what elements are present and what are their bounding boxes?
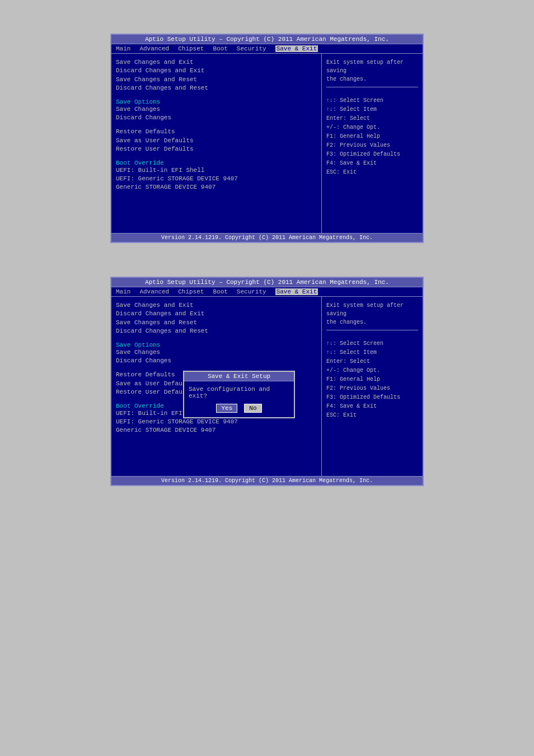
bios-footer-1: Version 2.14.1219. Copyright (C) 2011 Am… — [111, 233, 423, 242]
menu-save-exit-2[interactable]: Save & Exit — [275, 288, 318, 295]
menu-chipset-1[interactable]: Chipset — [178, 45, 204, 52]
divider-2 — [326, 330, 418, 330]
uefi-storage-2[interactable]: UEFI: Generic STORAGE DEVICE 9407 — [116, 418, 317, 426]
bios-right-panel-2: Exit system setup after savingthe change… — [322, 297, 423, 476]
save-changes-2[interactable]: Save Changes — [116, 348, 317, 357]
key-select-item-1: ↑↓: Select Item — [326, 105, 418, 114]
bios-left-panel-1: Save Changes and Exit Discard Changes an… — [111, 54, 322, 233]
save-changes-exit-2[interactable]: Save Changes and Exit — [116, 301, 317, 310]
save-options-label-1: Save Options — [116, 99, 160, 105]
menu-advanced-1[interactable]: Advanced — [139, 45, 169, 52]
help-text-2: Exit system setup after savingthe change… — [326, 301, 418, 326]
menu-main-2[interactable]: Main — [116, 288, 130, 295]
key-enter-2: Enter: Select — [326, 357, 418, 366]
dialog-buttons: Yes No — [189, 404, 289, 413]
discard-changes-exit-2[interactable]: Discard Changes and Exit — [116, 310, 317, 318]
menu-group-1d: Boot Override UEFI: Built-in EFI Shell U… — [116, 160, 317, 192]
menu-save-exit-1[interactable]: Save & Exit — [275, 45, 318, 52]
key-help-2: ↑↓: Select Screen ↑↓: Select Item Enter:… — [326, 339, 418, 420]
key-change-2: +/-: Change Opt. — [326, 366, 418, 375]
discard-changes-2[interactable]: Discard Changes — [116, 357, 317, 365]
menu-main-1[interactable]: Main — [116, 45, 130, 52]
bios-title-bar-2: Aptio Setup Utility – Copyright (C) 2011… — [111, 278, 423, 287]
bios-title-text-2: Aptio Setup Utility – Copyright (C) 2011… — [145, 279, 389, 286]
menu-group-1b: Save Options Save Changes Discard Change… — [116, 99, 317, 123]
bios-right-panel-1: Exit system setup after savingthe change… — [322, 54, 423, 233]
help-text-1: Exit system setup after savingthe change… — [326, 58, 418, 83]
discard-changes-exit-1[interactable]: Discard Changes and Exit — [116, 67, 317, 75]
menu-group-2b: Save Options Save Changes Discard Change… — [116, 342, 317, 366]
dialog-body: Save configuration and exit? Yes No — [184, 381, 294, 417]
save-exit-dialog: Save & Exit Setup Save configuration and… — [183, 371, 295, 418]
key-enter-1: Enter: Select — [326, 114, 418, 123]
bios-footer-2: Version 2.14.1219. Copyright (C) 2011 Am… — [111, 476, 423, 485]
boot-override-label-1: Boot Override — [116, 160, 164, 166]
discard-changes-reset-2[interactable]: Discard Changes and Reset — [116, 327, 317, 335]
key-help-1: ↑↓: Select Screen ↑↓: Select Item Enter:… — [326, 96, 418, 177]
menu-chipset-2[interactable]: Chipset — [178, 288, 204, 295]
save-changes-1[interactable]: Save Changes — [116, 105, 317, 114]
bios-title-bar-1: Aptio Setup Utility – Copyright (C) 2011… — [111, 35, 423, 44]
key-f4-1: F4: Save & Exit — [326, 159, 418, 168]
bios-footer-text-2: Version 2.14.1219. Copyright (C) 2011 Am… — [161, 478, 373, 484]
key-f2-2: F2: Previous Values — [326, 384, 418, 393]
discard-changes-reset-1[interactable]: Discard Changes and Reset — [116, 84, 317, 92]
menu-boot-1[interactable]: Boot — [213, 45, 227, 52]
save-user-defaults-1[interactable]: Save as User Defaults — [116, 137, 317, 145]
boot-override-label-2: Boot Override — [116, 403, 164, 409]
generic-storage-2[interactable]: Generic STORAGE DEVICE 9407 — [116, 426, 317, 435]
key-f1-2: F1: General Help — [326, 375, 418, 384]
save-changes-reset-2[interactable]: Save Changes and Reset — [116, 319, 317, 327]
save-options-label-2: Save Options — [116, 342, 160, 348]
restore-defaults-1[interactable]: Restore Defaults — [116, 128, 317, 136]
key-f1-1: F1: General Help — [326, 132, 418, 141]
key-select-screen-1: ↑↓: Select Screen — [326, 96, 418, 105]
bios-menu-bar-2: Main Advanced Chipset Boot Security Save… — [111, 287, 423, 297]
dialog-message: Save configuration and exit? — [189, 386, 289, 399]
dialog-title: Save & Exit Setup — [184, 372, 294, 381]
bios-title-text-1: Aptio Setup Utility – Copyright (C) 2011… — [145, 36, 389, 43]
restore-user-defaults-1[interactable]: Restore User Defaults — [116, 145, 317, 153]
bios-screen-1: Aptio Setup Utility – Copyright (C) 2011… — [110, 34, 424, 243]
key-f2-1: F2: Previous Values — [326, 141, 418, 150]
key-select-screen-2: ↑↓: Select Screen — [326, 339, 418, 348]
menu-security-1[interactable]: Security — [237, 45, 266, 52]
uefi-storage-1[interactable]: UEFI: Generic STORAGE DEVICE 9407 — [116, 175, 317, 183]
menu-security-2[interactable]: Security — [237, 288, 266, 295]
save-changes-reset-1[interactable]: Save Changes and Reset — [116, 76, 317, 84]
key-select-item-2: ↑↓: Select Item — [326, 348, 418, 357]
menu-boot-2[interactable]: Boot — [213, 288, 227, 295]
bios-footer-text-1: Version 2.14.1219. Copyright (C) 2011 Am… — [161, 235, 373, 241]
save-changes-exit-1[interactable]: Save Changes and Exit — [116, 58, 317, 67]
key-f4-2: F4: Save & Exit — [326, 402, 418, 411]
menu-group-1a: Save Changes and Exit Discard Changes an… — [116, 58, 317, 93]
generic-storage-1[interactable]: Generic STORAGE DEVICE 9407 — [116, 183, 317, 192]
bios-left-panel-2: Save Changes and Exit Discard Changes an… — [111, 297, 322, 476]
menu-group-2c: Restore Defaults Save as User Defaults R… — [116, 371, 317, 396]
bios-content-2: Save Changes and Exit Discard Changes an… — [111, 297, 423, 476]
menu-advanced-2[interactable]: Advanced — [139, 288, 169, 295]
dialog-yes-button[interactable]: Yes — [216, 404, 237, 413]
menu-group-2a: Save Changes and Exit Discard Changes an… — [116, 301, 317, 336]
divider-1 — [326, 87, 418, 87]
key-esc-2: ESC: Exit — [326, 411, 418, 420]
dialog-title-text: Save & Exit Setup — [208, 373, 270, 380]
key-change-1: +/-: Change Opt. — [326, 123, 418, 132]
key-f3-2: F3: Optimized Defaults — [326, 393, 418, 402]
dialog-no-button[interactable]: No — [244, 404, 261, 413]
discard-changes-1[interactable]: Discard Changes — [116, 114, 317, 122]
bios-content-1: Save Changes and Exit Discard Changes an… — [111, 54, 423, 233]
bios-screen-2: Aptio Setup Utility – Copyright (C) 2011… — [110, 277, 424, 486]
key-esc-1: ESC: Exit — [326, 168, 418, 177]
uefi-shell-1[interactable]: UEFI: Built-in EFI Shell — [116, 166, 317, 175]
menu-group-1c: Restore Defaults Save as User Defaults R… — [116, 128, 317, 153]
key-f3-1: F3: Optimized Defaults — [326, 150, 418, 159]
bios-menu-bar-1: Main Advanced Chipset Boot Security Save… — [111, 44, 423, 54]
